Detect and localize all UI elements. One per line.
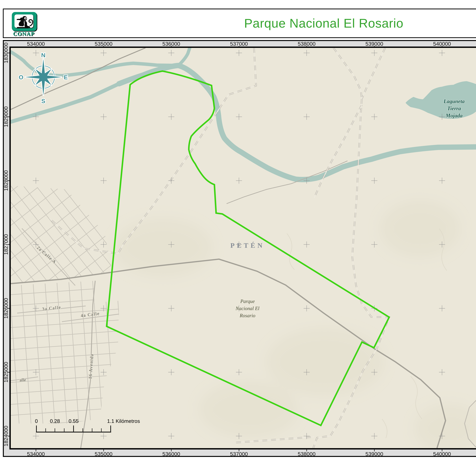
svg-text:Mojada: Mojada — [446, 113, 462, 118]
x-axis-label: 534000 — [27, 451, 45, 457]
x-axis-label: 536000 — [162, 451, 180, 457]
y-axis-label: 1827000 — [3, 234, 9, 255]
x-axis-label: 536000 — [162, 41, 180, 47]
x-axis-label: 537000 — [230, 451, 248, 457]
x-axis-label: 535000 — [95, 41, 112, 47]
logo-text: CONAP — [11, 31, 37, 37]
x-axis-label: 534000 — [27, 41, 45, 47]
compass-o: O — [19, 74, 23, 81]
y-axis-label: 1829000 — [3, 106, 9, 127]
compass-e: E — [64, 74, 68, 81]
x-axis-label: 538000 — [298, 41, 315, 47]
svg-text:Tierra: Tierra — [447, 105, 461, 111]
scale-label: 1.1 Kilómetros — [107, 418, 140, 424]
y-axis-label: 1826000 — [3, 298, 9, 319]
svg-text:Nacional El: Nacional El — [236, 306, 259, 311]
scale-label: 0 — [35, 418, 38, 424]
y-axis-label: 1830000 — [3, 42, 9, 63]
y-axis-label: 1824000 — [3, 426, 9, 446]
main-map: PETÉN Parque Nacional El Rosario Lagunet… — [9, 47, 476, 450]
x-axis-label: 540000 — [433, 451, 451, 457]
header: CONAP Parque Nacional El Rosario — [3, 8, 476, 38]
x-axis-label: 539000 — [366, 41, 383, 47]
x-axis-label: 539000 — [366, 451, 383, 457]
y-axis-label: 1825000 — [3, 362, 9, 383]
x-axis-label: 537000 — [230, 41, 248, 47]
svg-text:Laguneta: Laguneta — [443, 98, 465, 104]
page-title: Parque Nacional El Rosario — [4, 9, 476, 37]
x-axis-label: 540000 — [433, 41, 451, 47]
map-sheet: CONAP Parque Nacional El Rosario DAGeos-… — [0, 0, 476, 459]
x-axis-label: 535000 — [95, 451, 112, 457]
svg-text:alle: alle — [20, 377, 26, 382]
compass-n: N — [41, 52, 45, 58]
department-label: PETÉN — [230, 242, 265, 249]
conap-logo: CONAP — [11, 12, 40, 35]
scale-label: 0.55 — [68, 418, 78, 424]
svg-text:Parque: Parque — [240, 299, 255, 304]
svg-text:Rosario: Rosario — [240, 313, 255, 318]
compass-s: S — [41, 98, 45, 104]
y-axis-label: 1828000 — [3, 170, 9, 191]
scale-label: 0.28 — [50, 418, 60, 424]
x-axis-label: 538000 — [298, 451, 315, 457]
